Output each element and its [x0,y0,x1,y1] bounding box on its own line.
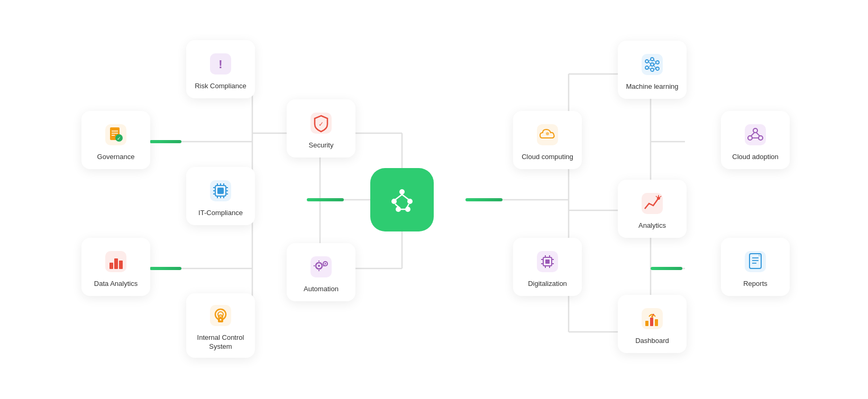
machine-learning-icon [638,51,666,78]
digitalization-node[interactable]: Digitalization [513,238,582,296]
svg-rect-65 [109,263,113,269]
governance-connector [150,140,181,143]
cloud-computing-icon [534,121,561,149]
risk-compliance-node[interactable]: ! Risk Compliance [186,40,255,98]
dashboard-icon [638,305,666,332]
internal-control-icon [207,302,234,329]
svg-point-79 [325,263,326,264]
svg-rect-51 [217,188,224,194]
data-analytics-label: Data Analytics [94,280,138,289]
svg-rect-132 [650,318,653,326]
svg-rect-120 [642,193,663,214]
svg-text:✓: ✓ [117,136,121,141]
reports-node[interactable]: Reports [721,238,790,296]
security-node[interactable]: ✓ Security [287,99,355,157]
reports-label: Reports [743,280,768,289]
svg-rect-66 [114,258,118,269]
dashboard-label: Dashboard [635,337,669,346]
svg-point-72 [220,319,222,321]
digitalization-label: Digitalization [528,280,567,289]
governance-label: Governance [97,153,135,162]
diagram-container: ! Risk Compliance ✓ Governance [0,0,868,399]
svg-point-85 [546,132,549,135]
svg-line-35 [395,194,402,200]
svg-rect-67 [119,261,123,269]
svg-rect-75 [310,256,332,277]
analytics-label: Analytics [638,221,666,230]
it-compliance-icon [207,177,234,205]
svg-line-36 [402,194,409,200]
svg-text:✓: ✓ [318,120,324,128]
cloud-computing-node[interactable]: Cloud computing [513,111,582,169]
internal-control-node[interactable]: Internal Control System [186,293,255,358]
automation-label: Automation [304,285,339,294]
center-left-connector [307,198,344,201]
svg-rect-97 [642,54,663,75]
automation-node[interactable]: Automation [287,243,355,301]
svg-text:!: ! [218,58,222,71]
svg-rect-113 [745,124,766,145]
security-label: Security [309,141,334,150]
risk-compliance-icon: ! [207,50,234,78]
governance-node[interactable]: ✓ Governance [81,111,150,169]
svg-point-121 [657,197,660,200]
data-analytics-node[interactable]: Data Analytics [81,238,150,296]
risk-compliance-label: Risk Compliance [195,82,246,91]
cloud-adoption-node[interactable]: Cloud adoption [721,111,790,169]
center-right-connector [465,198,502,201]
governance-icon: ✓ [102,121,130,149]
svg-point-135 [651,316,653,318]
machine-learning-label: Machine learning [626,82,678,91]
connection-lines [0,0,868,399]
center-node[interactable] [370,168,434,231]
cloud-adoption-label: Cloud adoption [732,153,778,162]
svg-rect-133 [655,319,658,326]
internal-control-label: Internal Control System [193,333,249,351]
svg-point-77 [318,265,320,267]
automation-icon [307,253,335,281]
it-compliance-node[interactable]: IT-Compliance [186,167,255,225]
data-analytics-icon [102,248,130,275]
reports-connector [651,267,682,270]
data-analytics-connector [150,267,181,270]
svg-rect-88 [545,259,550,264]
analytics-icon [638,190,666,217]
it-compliance-label: IT-Compliance [198,209,243,218]
reports-icon [742,248,769,275]
digitalization-icon [534,248,561,275]
cloud-computing-label: Cloud computing [522,153,573,162]
dashboard-node[interactable]: Dashboard [618,295,687,353]
svg-point-30 [399,189,405,194]
security-icon: ✓ [307,109,335,137]
machine-learning-node[interactable]: Machine learning [618,41,687,99]
svg-rect-131 [645,321,648,326]
cloud-adoption-icon [742,121,769,149]
analytics-node[interactable]: Analytics [618,180,687,238]
